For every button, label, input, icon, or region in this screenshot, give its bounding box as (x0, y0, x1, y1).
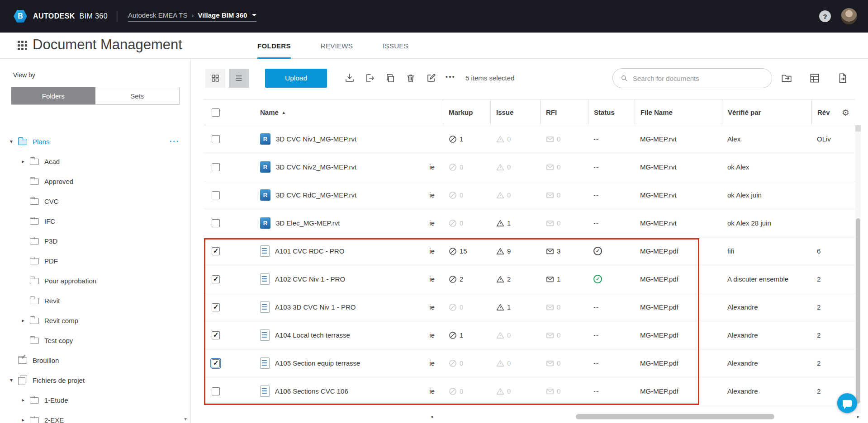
tree-item-revit-comp[interactable]: ▸ Revit comp (0, 310, 190, 330)
document-name[interactable]: A106 Sections CVC 106 (275, 387, 348, 395)
row-checkbox[interactable] (212, 331, 220, 339)
tree-item-plans[interactable]: ▾ Plans ··· (0, 132, 190, 151)
tree-item-brouillon[interactable]: Brouillon (0, 350, 190, 370)
scroll-left-icon[interactable]: ◄ (430, 414, 434, 420)
tree-item-fichiers-de-projet[interactable]: ▾ Fichiers de projet (0, 370, 190, 390)
row-checkbox[interactable] (212, 163, 220, 171)
search-input[interactable] (633, 75, 765, 82)
tree-item-approved[interactable]: Approved (0, 171, 190, 191)
select-all-checkbox[interactable] (212, 108, 220, 117)
chevron-down-icon (252, 14, 256, 16)
tab-folders[interactable]: FOLDERS (257, 33, 291, 59)
document-name[interactable]: A102 CVC Niv 1 - PRO (275, 275, 345, 283)
report-button[interactable] (809, 72, 821, 84)
row-checkbox[interactable] (212, 191, 220, 199)
column-header-issue[interactable]: Issue (490, 100, 540, 125)
document-actions: ••• (344, 69, 455, 88)
add-to-folder-button[interactable] (781, 72, 792, 84)
row-checkbox[interactable] (212, 359, 220, 367)
column-header-rfi[interactable]: RFI (540, 100, 588, 125)
export-button[interactable] (364, 72, 376, 84)
markup-icon (448, 359, 457, 368)
document-name[interactable]: 3D CVC Niv1_MG-MEP.rvt (276, 135, 356, 143)
document-name[interactable]: 3D CVC Niv2_MG-MEP.rvt (276, 163, 356, 171)
view-by-label: View by (13, 71, 190, 79)
rfi-icon (545, 219, 555, 228)
markup-cell: 0 (443, 349, 490, 377)
tree-item-pour-approbation[interactable]: Pour approbation (0, 271, 190, 291)
upload-button[interactable]: Upload (265, 69, 327, 88)
document-name[interactable]: A103 3D CVC Niv 1 - PRO (275, 303, 356, 311)
horizontal-scrollbar[interactable]: ◄ ► (430, 414, 860, 420)
rfi-cell: 0 (540, 293, 588, 321)
tab-issues[interactable]: ISSUES (383, 33, 408, 59)
tree-caret-icon[interactable]: ▸ (18, 317, 28, 324)
document-name[interactable]: A101 CVC RDC - PRO (275, 247, 344, 255)
tree-caret-icon[interactable]: ▸ (18, 417, 28, 423)
folders-toggle[interactable]: Folders (11, 87, 95, 104)
list-view-button[interactable] (229, 69, 249, 88)
row-checkbox[interactable] (212, 247, 220, 255)
issue-cell: 2 (490, 265, 540, 293)
copy-button[interactable] (384, 72, 396, 84)
tree-item-ifc[interactable]: IFC (0, 211, 190, 231)
tree-item-1-etude[interactable]: ▸ 1-Etude (0, 390, 190, 410)
chat-button[interactable] (837, 393, 857, 413)
breadcrumb-project[interactable]: Village BIM 360 (198, 11, 247, 19)
tree-item-acad[interactable]: ▸ Acad (0, 151, 190, 171)
tree-caret-icon[interactable]: ▾ (6, 138, 16, 145)
tree-caret-icon[interactable]: ▸ (18, 158, 28, 164)
vertical-scroll-thumb[interactable] (856, 218, 860, 404)
vertical-scrollbar[interactable] (855, 125, 861, 414)
tree-caret-icon[interactable]: ▾ (6, 377, 16, 383)
avatar[interactable] (841, 8, 857, 24)
row-checkbox[interactable] (212, 275, 220, 283)
breadcrumb[interactable]: Autodesk EMEA TS › Village BIM 360 (128, 11, 256, 22)
horizontal-scroll-thumb[interactable] (576, 414, 774, 419)
help-button[interactable]: ? (819, 10, 831, 22)
rfi-count: 0 (557, 135, 560, 143)
column-header-markup[interactable]: Markup (443, 100, 490, 125)
row-checkbox[interactable] (212, 387, 220, 395)
markup-count: 0 (460, 163, 463, 171)
more-actions-button[interactable]: ••• (446, 73, 455, 83)
row-checkbox[interactable] (212, 219, 220, 227)
column-header-name[interactable]: Name ▲ (228, 100, 443, 125)
tree-item-2-exe[interactable]: ▸ 2-EXE (0, 410, 190, 423)
rfi-cell: 0 (540, 125, 588, 153)
tree-item-pdf[interactable]: PDF (0, 251, 190, 271)
column-header-file-name[interactable]: File Name (635, 100, 722, 125)
tree-item-test-copy[interactable]: Test copy (0, 330, 190, 350)
tree-item-cvc[interactable]: CVC (0, 191, 190, 211)
sets-toggle[interactable]: Sets (95, 87, 180, 104)
sidebar-scroll-down-icon[interactable]: ▾ (184, 416, 187, 422)
tree-item-p3d[interactable]: P3D (0, 231, 190, 251)
tab-reviews[interactable]: REVIEWS (321, 33, 353, 59)
column-settings-button[interactable]: ⚙ (842, 107, 849, 118)
document-name[interactable]: 3D CVC RdC_MG-MEP.rvt (276, 191, 356, 199)
grid-view-button[interactable] (205, 69, 225, 88)
tree-caret-icon[interactable]: ▸ (18, 397, 28, 403)
download-button[interactable] (344, 72, 356, 84)
document-name[interactable]: 3D Elec_MG-MEP.rvt (276, 219, 340, 227)
scroll-right-icon[interactable]: ► (856, 414, 860, 420)
document-name[interactable]: A104 Local tech terrasse (275, 331, 350, 339)
breadcrumb-account[interactable]: Autodesk EMEA TS (128, 11, 187, 19)
export-log-button[interactable] (837, 72, 849, 84)
apps-grid-icon[interactable] (18, 41, 28, 51)
row-checkbox[interactable] (212, 303, 220, 311)
rfi-cell: 1 (540, 265, 588, 293)
row-checkbox[interactable] (212, 135, 220, 143)
folder-more-button[interactable]: ··· (170, 137, 180, 146)
markup-count: 0 (460, 387, 463, 395)
toolbar-right-actions (781, 69, 849, 88)
rfi-count: 1 (557, 275, 560, 283)
delete-button[interactable] (405, 72, 417, 84)
tree-item-label: 2-EXE (44, 416, 64, 423)
document-name[interactable]: A105 Section equip terrasse (275, 359, 360, 367)
tree-item-revit[interactable]: Revit (0, 291, 190, 310)
edit-button[interactable] (425, 72, 437, 84)
bim360-logo-icon[interactable]: B (14, 9, 27, 23)
column-header-verifie-par[interactable]: Vérifié par (722, 100, 811, 125)
column-header-status[interactable]: Status (588, 100, 635, 125)
